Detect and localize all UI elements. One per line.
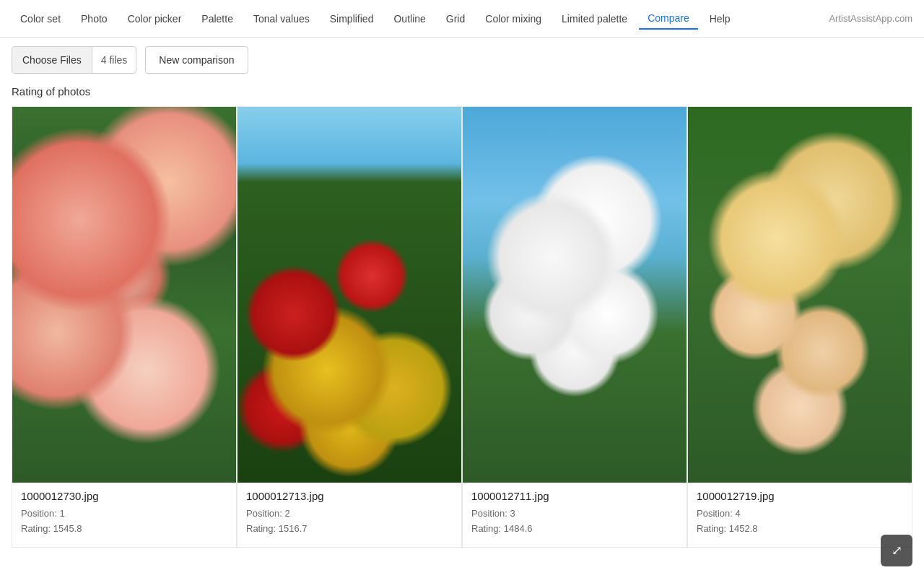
photo-image-1 bbox=[12, 107, 236, 483]
nav-item-palette[interactable]: Palette bbox=[193, 9, 242, 29]
photo-meta-3: Position: 3Rating: 1484.6 bbox=[471, 506, 678, 537]
nav-item-tonal-values[interactable]: Tonal values bbox=[245, 9, 318, 29]
photo-filename-3: 1000012711.jpg bbox=[471, 490, 678, 502]
photo-filename-2: 1000012713.jpg bbox=[246, 490, 453, 502]
toolbar: Choose Files 4 files New comparison bbox=[0, 38, 924, 82]
fullscreen-button[interactable]: ⤢ bbox=[881, 535, 912, 566]
navbar: Color setPhotoColor pickerPaletteTonal v… bbox=[0, 0, 924, 38]
photo-filename-1: 1000012730.jpg bbox=[21, 490, 227, 502]
nav-item-simplified[interactable]: Simplified bbox=[321, 9, 383, 29]
photo-info-1: 1000012730.jpgPosition: 1Rating: 1545.8 bbox=[12, 483, 236, 547]
section-title: Rating of photos bbox=[0, 82, 924, 106]
photo-card-2[interactable]: 1000012713.jpgPosition: 2Rating: 1516.7 bbox=[237, 106, 462, 548]
photo-card-4[interactable]: 1000012719.jpgPosition: 4Rating: 1452.8 bbox=[687, 106, 912, 548]
nav-item-photo[interactable]: Photo bbox=[72, 9, 116, 29]
photo-card-1[interactable]: 1000012730.jpgPosition: 1Rating: 1545.8 bbox=[12, 106, 237, 548]
photo-grid: 1000012730.jpgPosition: 1Rating: 1545.81… bbox=[0, 106, 924, 548]
photo-meta-2: Position: 2Rating: 1516.7 bbox=[246, 506, 453, 537]
photo-image-2 bbox=[237, 107, 461, 483]
nav-item-limited-palette[interactable]: Limited palette bbox=[553, 9, 636, 29]
file-input-wrapper: Choose Files 4 files bbox=[12, 46, 136, 74]
file-count-label: 4 files bbox=[92, 54, 136, 66]
photo-card-3[interactable]: 1000012711.jpgPosition: 3Rating: 1484.6 bbox=[462, 106, 687, 548]
photo-image-3 bbox=[463, 107, 687, 483]
nav-item-grid[interactable]: Grid bbox=[437, 9, 474, 29]
new-comparison-button[interactable]: New comparison bbox=[145, 46, 248, 74]
nav-item-outline[interactable]: Outline bbox=[385, 9, 434, 29]
nav-item-help[interactable]: Help bbox=[701, 9, 739, 29]
choose-files-button[interactable]: Choose Files bbox=[12, 47, 92, 73]
nav-logo: ArtistAssistApp.com bbox=[829, 13, 912, 24]
photo-info-3: 1000012711.jpgPosition: 3Rating: 1484.6 bbox=[463, 483, 687, 547]
photo-info-2: 1000012713.jpgPosition: 2Rating: 1516.7 bbox=[237, 483, 461, 547]
photo-image-4 bbox=[688, 107, 912, 483]
photo-filename-4: 1000012719.jpg bbox=[697, 490, 903, 502]
photo-meta-1: Position: 1Rating: 1545.8 bbox=[21, 506, 227, 537]
photo-info-4: 1000012719.jpgPosition: 4Rating: 1452.8 bbox=[688, 483, 912, 547]
nav-item-color-mixing[interactable]: Color mixing bbox=[476, 9, 550, 29]
nav-item-color-picker[interactable]: Color picker bbox=[119, 9, 191, 29]
nav-item-color-set[interactable]: Color set bbox=[12, 9, 69, 29]
nav-item-compare[interactable]: Compare bbox=[639, 8, 698, 30]
photo-meta-4: Position: 4Rating: 1452.8 bbox=[697, 506, 903, 537]
